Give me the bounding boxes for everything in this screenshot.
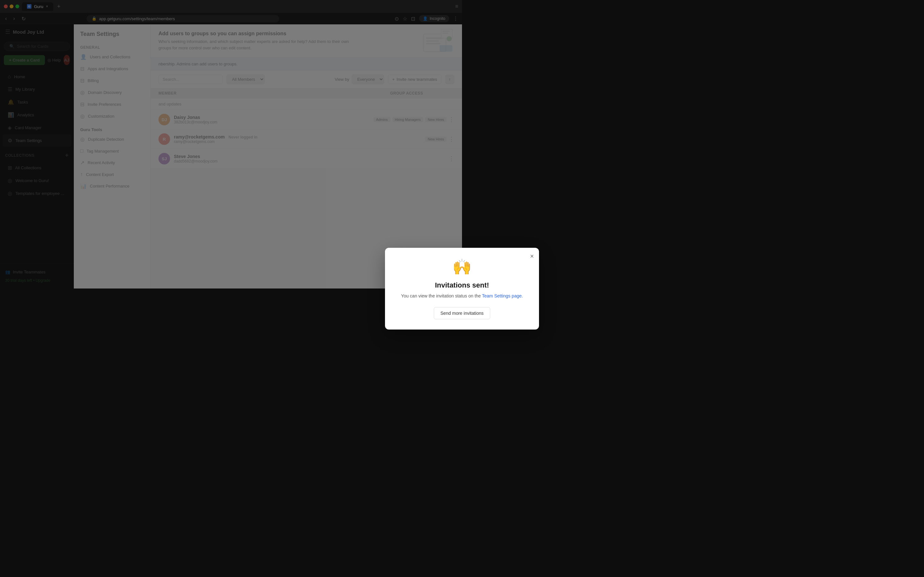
modal-title: Invitations sent! [395,281,462,289]
invitations-sent-modal: × 🙌 Invitations sent! You can view the i… [385,248,462,289]
modal-overlay: × 🙌 Invitations sent! You can view the i… [0,0,462,288]
modal-emoji: 🙌 [395,258,462,276]
